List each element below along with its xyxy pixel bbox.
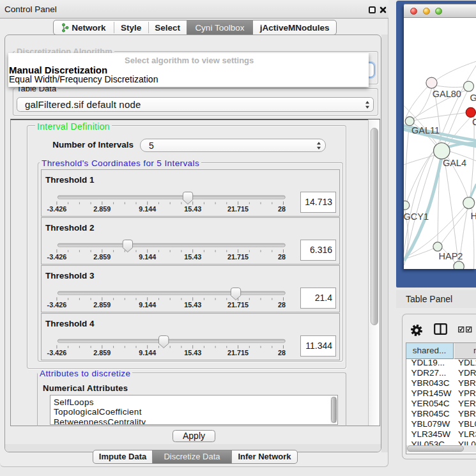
svg-text:2.859: 2.859 [93, 204, 111, 212]
svg-text:9.144: 9.144 [139, 348, 156, 356]
svg-text:GCY1: GCY1 [404, 211, 429, 222]
svg-text:9.144: 9.144 [139, 252, 156, 260]
svg-text:28: 28 [278, 348, 286, 356]
svg-text:21.715: 21.715 [227, 348, 249, 356]
svg-text:15.43: 15.43 [184, 204, 201, 212]
svg-text:GAL4: GAL4 [442, 158, 466, 168]
svg-text:9.144: 9.144 [139, 204, 156, 212]
svg-text:GAL11: GAL11 [411, 125, 440, 135]
svg-text:28: 28 [278, 300, 286, 308]
svg-text:15.43: 15.43 [184, 300, 201, 308]
svg-text:H: H [470, 211, 476, 221]
svg-text:2.859: 2.859 [93, 348, 111, 356]
svg-text:9.144: 9.144 [139, 300, 156, 308]
svg-text:21.715: 21.715 [227, 252, 249, 260]
svg-text:GAL80: GAL80 [432, 89, 461, 99]
svg-text:-3.426: -3.426 [47, 252, 67, 260]
svg-text:28: 28 [278, 204, 286, 212]
svg-text:2.859: 2.859 [93, 252, 111, 260]
svg-text:HAP2: HAP2 [438, 251, 463, 261]
svg-text:-3.426: -3.426 [47, 204, 67, 212]
svg-text:GA: GA [470, 93, 476, 103]
svg-text:15.43: 15.43 [184, 252, 201, 260]
svg-text:21.715: 21.715 [227, 204, 249, 212]
svg-text:28: 28 [278, 252, 286, 260]
svg-text:15.43: 15.43 [184, 348, 201, 356]
svg-text:2.859: 2.859 [93, 300, 111, 308]
svg-text:-3.426: -3.426 [47, 348, 67, 356]
svg-text:21.715: 21.715 [227, 300, 249, 308]
svg-text:-3.426: -3.426 [47, 300, 67, 308]
svg-text:CA: CA [472, 117, 476, 127]
